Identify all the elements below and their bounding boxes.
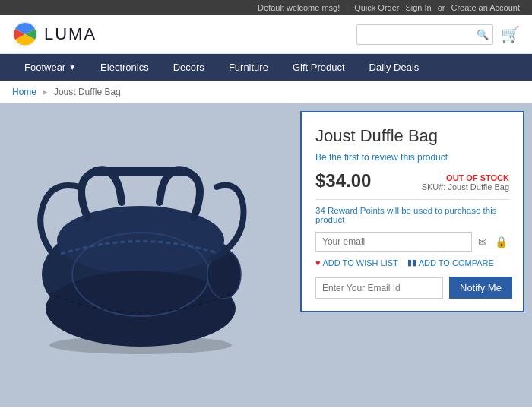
search-input[interactable] — [357, 25, 471, 43]
cart-button[interactable]: 🛒 — [501, 25, 520, 43]
nav-label-electronics: Electronics — [100, 62, 149, 73]
add-to-compare-link[interactable]: ▮▮ ADD TO COMPARE — [407, 258, 494, 268]
breadcrumb-separator: ► — [41, 87, 49, 97]
logo-area: LUMA — [12, 21, 97, 47]
email-input[interactable] — [315, 232, 472, 252]
or-text: or — [438, 3, 445, 12]
sku-label: SKU#: — [422, 182, 446, 192]
email-row: ✉ 🔒 — [315, 232, 509, 252]
out-of-stock-badge: OUT OF STOCK — [422, 173, 509, 182]
breadcrumb: Home ► Joust Duffle Bag — [0, 81, 532, 103]
action-links: ♥ ADD TO WISH LIST ▮▮ ADD TO COMPARE — [315, 258, 509, 268]
stock-sku-area: OUT OF STOCK SKU#: Joust Duffle Bag — [422, 173, 509, 192]
price-stock-row: $34.00 OUT OF STOCK SKU#: Joust Duffle B… — [315, 170, 509, 192]
header: LUMA 🔍 🛒 — [0, 15, 532, 54]
compare-icon: ▮▮ — [407, 258, 416, 268]
divider — [315, 199, 509, 200]
search-button[interactable]: 🔍 — [471, 25, 493, 44]
svg-point-3 — [57, 206, 224, 274]
wishlist-label: ADD TO WISH LIST — [323, 258, 398, 268]
nav-label-furniture: Furniture — [229, 62, 268, 73]
header-right: 🔍 🛒 — [356, 24, 520, 45]
top-bar: Default welcome msg! | Quick Order Sign … — [0, 0, 532, 15]
product-price: $34.00 — [315, 170, 371, 192]
separator2: Sign In — [405, 3, 431, 12]
nav-item-furniture[interactable]: Furniture — [217, 54, 280, 81]
reward-points-text: 34 Reward Points will be used to purchas… — [315, 206, 509, 224]
main-nav: Footwear ▼ Electronics Decors Furniture … — [0, 54, 532, 81]
nav-label-gift-product: Gift Product — [293, 62, 345, 73]
email-id-input[interactable] — [315, 277, 443, 299]
email-icon-button[interactable]: ✉ — [477, 234, 489, 249]
compare-label: ADD TO COMPARE — [419, 258, 494, 268]
nav-label-decors: Decors — [173, 62, 204, 73]
nav-item-footwear[interactable]: Footwear ▼ — [12, 54, 88, 81]
nav-item-daily-deals[interactable]: Daily Deals — [357, 54, 432, 81]
quick-order-link[interactable]: Quick Order — [354, 3, 399, 12]
search-box[interactable]: 🔍 — [356, 24, 493, 45]
product-info-panel: Joust Duffle Bag Be the first to review … — [300, 111, 524, 312]
breadcrumb-current: Joust Duffle Bag — [54, 87, 121, 97]
lock-icon-button[interactable]: 🔒 — [493, 234, 509, 249]
logo-text: LUMA — [44, 24, 97, 44]
notify-me-button[interactable]: Notify Me — [449, 277, 512, 299]
nav-item-decors[interactable]: Decors — [161, 54, 217, 81]
breadcrumb-home[interactable]: Home — [12, 87, 36, 97]
review-link[interactable]: Be the first to review this product — [315, 152, 509, 163]
nav-label-footwear: Footwear — [24, 62, 65, 73]
create-account-link[interactable]: Create an Account — [451, 3, 520, 12]
sku-value: Joust Duffle Bag — [448, 182, 509, 192]
heart-icon: ♥ — [315, 258, 321, 268]
product-title: Joust Duffle Bag — [315, 126, 509, 146]
sku-text: SKU#: Joust Duffle Bag — [422, 182, 509, 192]
add-to-wishlist-link[interactable]: ♥ ADD TO WISH LIST — [315, 258, 398, 268]
nav-item-electronics[interactable]: Electronics — [88, 54, 161, 81]
nav-label-daily-deals: Daily Deals — [369, 62, 420, 73]
product-image — [19, 126, 277, 385]
separator1: | — [346, 3, 348, 12]
product-image-container — [0, 103, 296, 407]
notify-row: Notify Me — [315, 277, 509, 299]
chevron-down-icon: ▼ — [68, 63, 76, 71]
welcome-message: Default welcome msg! — [258, 3, 340, 12]
product-area: Joust Duffle Bag Be the first to review … — [0, 103, 532, 407]
luma-logo-icon — [12, 21, 38, 47]
nav-item-gift-product[interactable]: Gift Product — [280, 54, 357, 81]
